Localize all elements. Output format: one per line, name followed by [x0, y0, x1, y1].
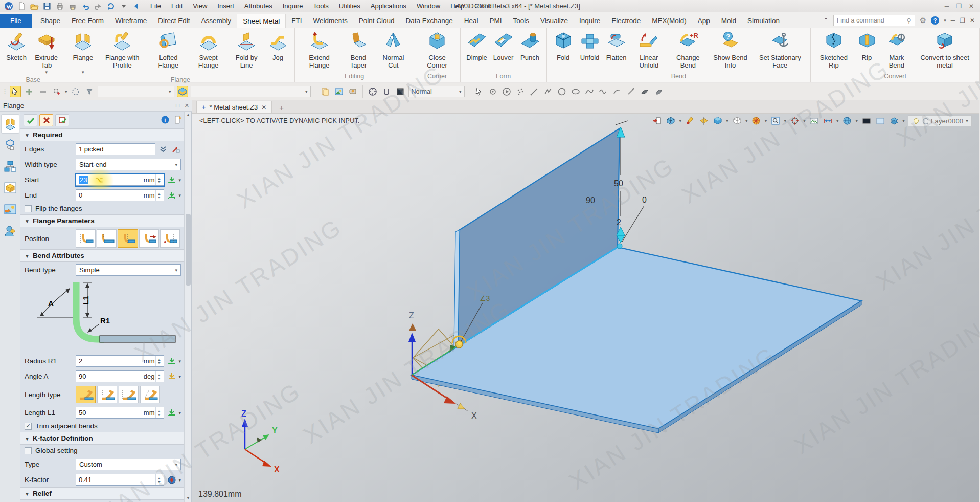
global-setting-checkbox[interactable] — [25, 447, 32, 454]
radius-import-icon[interactable] — [167, 357, 177, 366]
ribbon-tab-direct-edit[interactable]: Direct Edit — [152, 14, 195, 28]
ribbon-tab-wireframe[interactable]: Wireframe — [109, 14, 152, 28]
ribbon-tab-visualize[interactable]: Visualize — [535, 14, 574, 28]
length-input[interactable]: 50mm▲▼ — [76, 407, 164, 419]
ribbon-tab-inquire[interactable]: Inquire — [574, 14, 606, 28]
flip-checkbox[interactable] — [25, 205, 32, 212]
insert-image-icon[interactable] — [333, 86, 345, 97]
side-tab-render-image[interactable] — [2, 201, 19, 219]
entity-combo[interactable]: ▾ — [191, 86, 311, 97]
edges-input[interactable]: 1 picked — [76, 143, 155, 155]
chevron-double-down-icon[interactable] — [158, 145, 168, 154]
panel-minimize-icon[interactable]: □ — [176, 102, 179, 109]
ribbon-button-stationary-face[interactable]: Set Stationary Face — [753, 30, 807, 71]
ribbon-tab-heal[interactable]: Heal — [459, 14, 484, 28]
menu-insert[interactable]: Insert — [212, 0, 239, 12]
viewport[interactable]: + * Metal sheet.Z3 ✕ + <LEFT-CLICK> TO A… — [192, 100, 979, 502]
select-arrow-icon[interactable] — [473, 86, 485, 97]
caret-down-icon[interactable] — [119, 2, 128, 11]
flip-flanges-row[interactable]: Flip the flanges — [20, 203, 185, 214]
ribbon-tab-mold[interactable]: Mold — [716, 14, 742, 28]
start-import-icon[interactable] — [167, 176, 177, 185]
side-tab-solid-box[interactable] — [2, 179, 19, 198]
ribbon-button-lofted-flange[interactable]: Lofted Flange — [148, 30, 188, 71]
ribbon-tab-tools[interactable]: Tools — [508, 14, 535, 28]
kfactor-type-select[interactable]: Custom▾ — [76, 459, 181, 470]
section-flange-parameters[interactable]: ▼Flange Parameters — [20, 214, 185, 227]
section-required[interactable]: ▼Required — [20, 128, 185, 141]
section-kfactor[interactable]: ▼K-factor Definition — [20, 432, 185, 445]
close-icon[interactable]: ✕ — [969, 3, 974, 10]
ribbon-button-flange[interactable]: Flange▾ — [70, 30, 96, 76]
radius-spinner[interactable]: ▲▼ — [155, 356, 162, 366]
ribbon-tab-fti[interactable]: FTI — [286, 14, 307, 28]
wave-icon[interactable] — [598, 86, 609, 97]
line-icon[interactable] — [529, 86, 540, 97]
section-bend-attributes[interactable]: ▼Bend Attributes — [20, 249, 185, 262]
doc-close-icon[interactable]: ✕ — [970, 17, 975, 24]
ribbon-tab-data-exchange[interactable]: Data Exchange — [400, 14, 459, 28]
ribbon-tab-point-cloud[interactable]: Point Cloud — [353, 14, 400, 28]
settings-gear-icon[interactable]: ⚙ — [920, 16, 926, 25]
pick-from-list-icon[interactable] — [171, 145, 181, 154]
ribbon-button-louver[interactable]: Louver — [490, 30, 517, 71]
filter-combo[interactable]: ▾ — [98, 86, 174, 97]
view-triad[interactable] — [242, 419, 271, 467]
scrollbar-thumb[interactable] — [186, 214, 191, 286]
scene-canvas[interactable]: 50 90 0 2 ∠3 — [192, 114, 979, 502]
length-spinner[interactable]: ▲▼ — [155, 407, 162, 418]
length-type-option-3[interactable] — [119, 386, 139, 403]
side-tab-assembly-tree[interactable] — [2, 158, 19, 176]
ribbon-button-sketch[interactable]: Sketch — [3, 30, 30, 71]
dim-2-label[interactable]: 2 — [617, 218, 621, 227]
ellipse-icon[interactable] — [570, 86, 581, 97]
minimize-icon[interactable]: ─ — [945, 3, 949, 10]
help-caret-icon[interactable]: ▾ — [944, 18, 946, 23]
trim-bends-row[interactable]: ✓Trim adjacent bends — [20, 420, 185, 432]
point-cloud-icon[interactable] — [515, 86, 526, 97]
segment-icon[interactable] — [625, 86, 636, 97]
collapse-left-icon[interactable] — [132, 2, 141, 11]
global-setting-row[interactable]: Global setting — [20, 445, 185, 456]
ribbon-tab-sheet-metal[interactable]: Sheet Metal — [237, 14, 286, 28]
redo-icon[interactable] — [94, 2, 103, 11]
ribbon-tab-mex-mold-[interactable]: MEX(Mold) — [646, 14, 692, 28]
collapse-ribbon-icon[interactable]: ⌃ — [824, 17, 829, 24]
ribbon-tab-assembly[interactable]: Assembly — [196, 14, 237, 28]
command-search[interactable]: Find a command ⚲ — [833, 15, 915, 26]
ribbon-button-rip[interactable]: Rip — [854, 30, 880, 71]
panel-scrollbar[interactable]: ▲ ▼ — [184, 112, 191, 502]
radius-input[interactable]: 2mm▲▼ — [76, 355, 164, 367]
kfactor-global-icon[interactable] — [167, 475, 177, 485]
snap-caret-icon[interactable]: ▾ — [65, 89, 67, 94]
compass-icon[interactable] — [367, 86, 378, 97]
ribbon-tab-simulation[interactable]: Simulation — [742, 14, 785, 28]
doc-minimize-icon[interactable]: ─ — [951, 17, 955, 24]
circle-icon[interactable] — [556, 86, 567, 97]
dim-0-label[interactable]: 0 — [642, 195, 647, 204]
locate-point-icon[interactable] — [487, 86, 498, 97]
restore-icon[interactable]: ❐ — [956, 3, 962, 10]
ribbon-tab-shape[interactable]: Shape — [35, 14, 66, 28]
menu-utilities[interactable]: Utilities — [334, 0, 366, 12]
side-tab-user-role[interactable] — [2, 222, 19, 241]
app-logo-icon[interactable] — [4, 2, 13, 11]
angle-input[interactable]: 90deg▲▼ — [76, 370, 164, 382]
pick-cursor-icon[interactable] — [10, 86, 21, 97]
ribbon-button-close-corner[interactable]: Close Corner — [417, 30, 457, 71]
ribbon-button-fold-by-line[interactable]: Fold by Line — [229, 30, 265, 71]
end-spinner[interactable]: ▲▼ — [155, 190, 162, 201]
ribbon-button-dimple[interactable]: Dimple — [464, 30, 490, 71]
length-type-option-2[interactable] — [97, 386, 117, 403]
position-option-5[interactable] — [160, 229, 180, 248]
copy-entity-icon[interactable] — [320, 86, 331, 97]
brush-1-icon[interactable] — [639, 86, 650, 97]
plane-swatch-icon[interactable] — [395, 86, 406, 97]
position-option-2[interactable] — [97, 229, 117, 248]
document-tab[interactable]: + * Metal sheet.Z3 ✕ — [196, 101, 272, 113]
cancel-button[interactable] — [39, 114, 53, 126]
pick-remove-icon[interactable] — [37, 86, 49, 97]
ribbon-tab-app[interactable]: App — [692, 14, 716, 28]
menu-inquire[interactable]: Inquire — [278, 0, 308, 12]
ribbon-button-linear-unfold[interactable]: Linear Unfold — [630, 30, 669, 71]
